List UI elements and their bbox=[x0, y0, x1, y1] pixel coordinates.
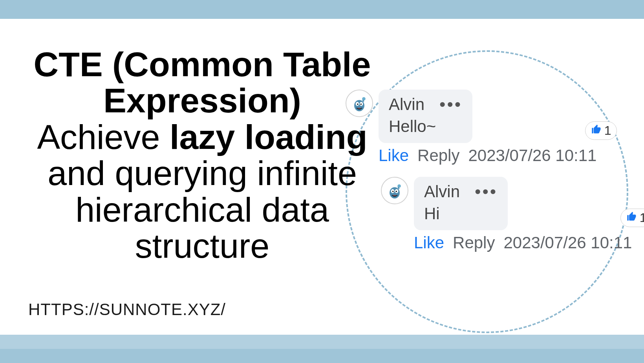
like-count: 1 bbox=[640, 211, 644, 225]
slide-content: CTE (Common Table Expression) Achieve la… bbox=[0, 19, 644, 335]
like-button[interactable]: Like bbox=[414, 233, 444, 252]
svg-point-3 bbox=[357, 104, 358, 105]
svg-point-9 bbox=[392, 191, 393, 192]
reply-button[interactable]: Reply bbox=[453, 233, 495, 252]
site-url: HTTPS://SUNNOTE.XYZ/ bbox=[28, 300, 226, 319]
title-plain-achieve: Achieve bbox=[37, 117, 170, 156]
svg-point-4 bbox=[360, 104, 362, 105]
comment-username: Alvin bbox=[424, 182, 460, 201]
creature-icon bbox=[350, 94, 368, 112]
avatar bbox=[346, 90, 373, 117]
more-icon[interactable]: ••• bbox=[439, 99, 462, 110]
comments-panel: Alvin ••• Hello~ 1 Like Reply bbox=[346, 90, 632, 264]
like-count-pill[interactable]: 1 bbox=[620, 209, 644, 227]
top-decor-bar bbox=[0, 0, 644, 19]
title-bold-cte: CTE (Common Table Expression) bbox=[34, 45, 371, 120]
comment-message: Hello~ bbox=[389, 117, 462, 136]
avatar bbox=[381, 177, 408, 204]
thumb-up-icon bbox=[626, 211, 637, 225]
reply-button[interactable]: Reply bbox=[417, 146, 459, 165]
like-count-pill[interactable]: 1 bbox=[585, 121, 617, 140]
comment-message: Hi bbox=[424, 204, 498, 223]
title-bold-lazy: lazy loading bbox=[170, 117, 368, 156]
svg-point-10 bbox=[396, 191, 397, 192]
title-plain-rest: and querying infinite hierarchical data … bbox=[48, 154, 357, 265]
comment: Alvin ••• Hello~ 1 Like Reply bbox=[346, 90, 632, 165]
comment-timestamp: 2023/07/26 10:11 bbox=[468, 146, 596, 165]
comment-bubble: Alvin ••• Hi bbox=[414, 177, 508, 230]
comment-bubble: Alvin ••• Hello~ bbox=[379, 90, 472, 143]
comment-actions: Like Reply 2023/07/26 10:11 bbox=[379, 146, 596, 165]
bottom-decor-bar bbox=[0, 335, 644, 363]
comment-timestamp: 2023/07/26 10:11 bbox=[503, 233, 632, 252]
like-count: 1 bbox=[604, 123, 611, 138]
more-icon[interactable]: ••• bbox=[475, 187, 498, 197]
comment-actions: Like Reply 2023/07/26 10:11 bbox=[414, 233, 632, 252]
comment-username: Alvin bbox=[389, 95, 424, 114]
creature-icon bbox=[386, 182, 404, 200]
comment: Alvin ••• Hi 1 Like Reply 2 bbox=[381, 177, 632, 252]
like-button[interactable]: Like bbox=[379, 146, 409, 165]
slide-title: CTE (Common Table Expression) Achieve la… bbox=[8, 46, 397, 264]
thumb-up-icon bbox=[591, 124, 602, 138]
